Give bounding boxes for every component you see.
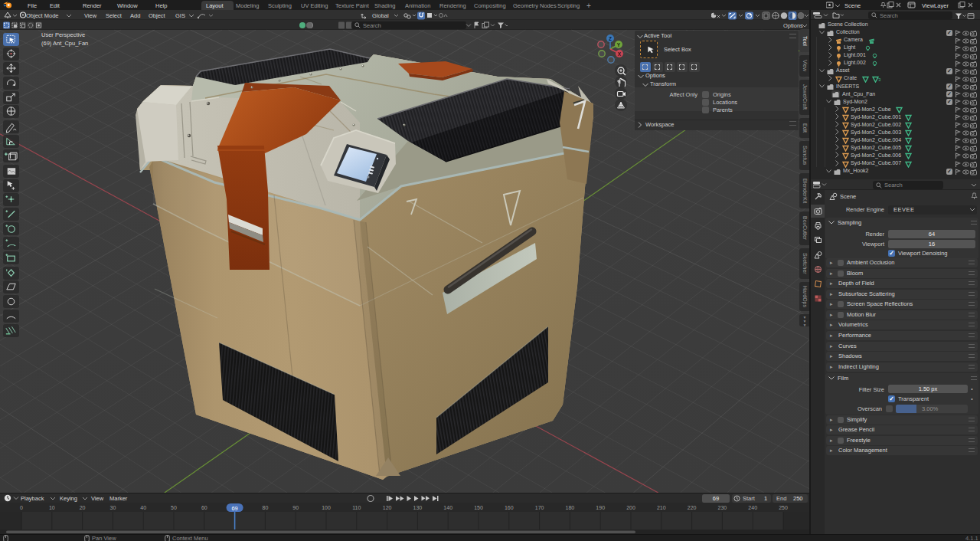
svg-text:X: X xyxy=(618,51,622,57)
svg-text:110: 110 xyxy=(352,505,361,510)
svg-text:170: 170 xyxy=(535,505,544,510)
svg-text:240: 240 xyxy=(748,505,757,510)
svg-text:180: 180 xyxy=(566,505,575,510)
svg-text:120: 120 xyxy=(383,505,392,510)
svg-text:90: 90 xyxy=(292,505,299,510)
svg-text:100: 100 xyxy=(322,505,331,510)
svg-text:69: 69 xyxy=(231,505,237,512)
svg-text:Y: Y xyxy=(617,42,621,48)
svg-text:40: 40 xyxy=(140,505,146,510)
svg-text:30: 30 xyxy=(110,505,116,510)
svg-text:200: 200 xyxy=(626,505,635,510)
svg-text:10: 10 xyxy=(49,505,55,510)
svg-text:190: 190 xyxy=(596,505,605,510)
svg-text:130: 130 xyxy=(413,505,423,510)
svg-text:50: 50 xyxy=(171,505,177,510)
svg-text:210: 210 xyxy=(657,505,666,510)
svg-text:220: 220 xyxy=(688,505,697,510)
svg-text:Z: Z xyxy=(609,36,612,41)
svg-text:230: 230 xyxy=(718,505,727,510)
svg-text:160: 160 xyxy=(505,505,514,510)
svg-text:60: 60 xyxy=(201,505,207,510)
svg-text:150: 150 xyxy=(474,505,483,510)
svg-text:80: 80 xyxy=(263,505,269,510)
svg-text:140: 140 xyxy=(443,505,452,510)
svg-text:0: 0 xyxy=(20,505,23,510)
svg-text:250: 250 xyxy=(779,505,788,510)
svg-text:20: 20 xyxy=(80,505,86,510)
